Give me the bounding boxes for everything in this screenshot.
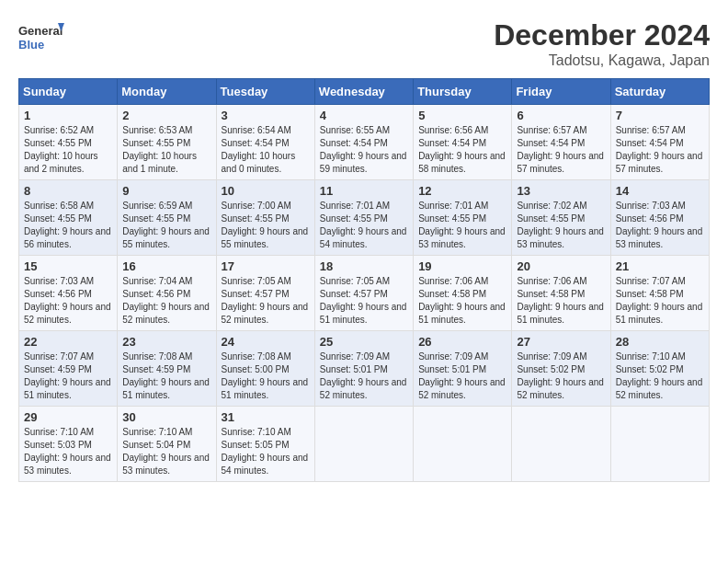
calendar-cell: 24 Sunrise: 7:08 AMSunset: 5:00 PMDaylig… xyxy=(216,331,314,407)
day-detail: Sunrise: 7:03 AMSunset: 4:56 PMDaylight:… xyxy=(616,201,703,249)
day-number: 30 xyxy=(122,410,210,424)
day-number: 6 xyxy=(517,109,605,122)
calendar-cell: 30 Sunrise: 7:10 AMSunset: 5:04 PMDaylig… xyxy=(118,407,216,482)
day-detail: Sunrise: 7:05 AMSunset: 4:57 PMDaylight:… xyxy=(320,276,407,325)
page-subtitle: Tadotsu, Kagawa, Japan xyxy=(494,52,710,69)
day-detail: Sunrise: 7:01 AMSunset: 4:55 PMDaylight:… xyxy=(320,201,407,249)
day-number: 13 xyxy=(517,184,605,198)
day-number: 23 xyxy=(122,335,210,349)
calendar-cell: 25 Sunrise: 7:09 AMSunset: 5:01 PMDaylig… xyxy=(314,331,413,407)
calendar-cell: 12 Sunrise: 7:01 AMSunset: 4:55 PMDaylig… xyxy=(414,180,512,256)
weekday-header-tuesday: Tuesday xyxy=(216,79,314,105)
day-detail: Sunrise: 7:09 AMSunset: 5:02 PMDaylight:… xyxy=(517,351,604,400)
calendar-cell: 29 Sunrise: 7:10 AMSunset: 5:03 PMDaylig… xyxy=(19,407,118,482)
calendar-cell: 28 Sunrise: 7:10 AMSunset: 5:02 PMDaylig… xyxy=(610,331,709,407)
weekday-header-wednesday: Wednesday xyxy=(314,79,413,105)
header: General Blue December 2024 Tadotsu, Kaga… xyxy=(18,18,710,69)
day-detail: Sunrise: 7:06 AMSunset: 4:58 PMDaylight:… xyxy=(517,276,604,325)
calendar-cell: 18 Sunrise: 7:05 AMSunset: 4:57 PMDaylig… xyxy=(314,256,413,331)
day-detail: Sunrise: 7:09 AMSunset: 5:01 PMDaylight:… xyxy=(320,351,407,400)
day-detail: Sunrise: 6:57 AMSunset: 4:54 PMDaylight:… xyxy=(616,125,703,174)
day-number: 22 xyxy=(24,335,112,349)
calendar-cell: 8 Sunrise: 6:58 AMSunset: 4:55 PMDayligh… xyxy=(19,180,118,256)
day-detail: Sunrise: 7:00 AMSunset: 4:55 PMDaylight:… xyxy=(222,201,309,249)
day-number: 7 xyxy=(616,109,704,122)
weekday-header-thursday: Thursday xyxy=(414,79,512,105)
svg-text:Blue: Blue xyxy=(18,38,44,52)
day-number: 28 xyxy=(616,335,704,349)
title-area: December 2024 Tadotsu, Kagawa, Japan xyxy=(494,18,710,69)
calendar-cell: 21 Sunrise: 7:07 AMSunset: 4:58 PMDaylig… xyxy=(610,256,709,331)
day-detail: Sunrise: 6:53 AMSunset: 4:55 PMDaylight:… xyxy=(122,125,197,174)
day-number: 1 xyxy=(24,109,112,122)
calendar-cell: 9 Sunrise: 6:59 AMSunset: 4:55 PMDayligh… xyxy=(118,180,216,256)
day-detail: Sunrise: 7:02 AMSunset: 4:55 PMDaylight:… xyxy=(517,201,604,249)
day-detail: Sunrise: 7:05 AMSunset: 4:57 PMDaylight:… xyxy=(222,276,309,325)
day-detail: Sunrise: 6:56 AMSunset: 4:54 PMDaylight:… xyxy=(418,125,506,174)
day-detail: Sunrise: 7:03 AMSunset: 4:56 PMDaylight:… xyxy=(24,276,111,325)
day-detail: Sunrise: 6:54 AMSunset: 4:54 PMDaylight:… xyxy=(222,125,296,174)
day-number: 21 xyxy=(616,259,704,273)
calendar-cell: 20 Sunrise: 7:06 AMSunset: 4:58 PMDaylig… xyxy=(512,256,610,331)
calendar-cell: 6 Sunrise: 6:57 AMSunset: 4:54 PMDayligh… xyxy=(512,105,610,180)
calendar-cell: 22 Sunrise: 7:07 AMSunset: 4:59 PMDaylig… xyxy=(19,331,118,407)
logo-svg: General Blue xyxy=(18,18,64,60)
calendar-cell: 1 Sunrise: 6:52 AMSunset: 4:55 PMDayligh… xyxy=(19,105,118,180)
calendar-cell: 10 Sunrise: 7:00 AMSunset: 4:55 PMDaylig… xyxy=(216,180,314,256)
day-detail: Sunrise: 7:10 AMSunset: 5:05 PMDaylight:… xyxy=(222,427,309,476)
calendar-cell: 16 Sunrise: 7:04 AMSunset: 4:56 PMDaylig… xyxy=(118,256,216,331)
day-number: 3 xyxy=(222,109,310,122)
day-detail: Sunrise: 7:07 AMSunset: 4:59 PMDaylight:… xyxy=(24,351,111,400)
day-detail: Sunrise: 7:10 AMSunset: 5:03 PMDaylight:… xyxy=(24,427,111,476)
day-number: 18 xyxy=(320,259,408,273)
day-number: 31 xyxy=(222,410,310,424)
day-number: 12 xyxy=(418,184,506,198)
day-detail: Sunrise: 6:55 AMSunset: 4:54 PMDaylight:… xyxy=(320,125,407,174)
day-number: 8 xyxy=(24,184,112,198)
calendar-cell: 5 Sunrise: 6:56 AMSunset: 4:54 PMDayligh… xyxy=(414,105,512,180)
day-number: 19 xyxy=(418,259,506,273)
calendar-cell xyxy=(314,407,413,482)
calendar-cell: 4 Sunrise: 6:55 AMSunset: 4:54 PMDayligh… xyxy=(314,105,413,180)
day-detail: Sunrise: 7:10 AMSunset: 5:04 PMDaylight:… xyxy=(122,427,210,476)
calendar-cell: 11 Sunrise: 7:01 AMSunset: 4:55 PMDaylig… xyxy=(314,180,413,256)
calendar-cell xyxy=(610,407,709,482)
day-number: 15 xyxy=(24,259,112,273)
day-detail: Sunrise: 6:59 AMSunset: 4:55 PMDaylight:… xyxy=(122,201,210,249)
day-number: 29 xyxy=(24,410,112,424)
day-detail: Sunrise: 7:06 AMSunset: 4:58 PMDaylight:… xyxy=(418,276,506,325)
weekday-header-saturday: Saturday xyxy=(610,79,709,105)
day-number: 11 xyxy=(320,184,408,198)
calendar-cell: 14 Sunrise: 7:03 AMSunset: 4:56 PMDaylig… xyxy=(610,180,709,256)
calendar-cell: 19 Sunrise: 7:06 AMSunset: 4:58 PMDaylig… xyxy=(414,256,512,331)
calendar-cell: 23 Sunrise: 7:08 AMSunset: 4:59 PMDaylig… xyxy=(118,331,216,407)
calendar-cell: 3 Sunrise: 6:54 AMSunset: 4:54 PMDayligh… xyxy=(216,105,314,180)
day-number: 9 xyxy=(122,184,210,198)
day-number: 17 xyxy=(222,259,310,273)
day-number: 25 xyxy=(320,335,408,349)
day-number: 5 xyxy=(418,109,506,122)
calendar-cell xyxy=(512,407,610,482)
day-number: 4 xyxy=(320,109,408,122)
day-detail: Sunrise: 7:07 AMSunset: 4:58 PMDaylight:… xyxy=(616,276,703,325)
weekday-header-sunday: Sunday xyxy=(19,79,118,105)
day-number: 24 xyxy=(222,335,310,349)
calendar-cell: 27 Sunrise: 7:09 AMSunset: 5:02 PMDaylig… xyxy=(512,331,610,407)
day-detail: Sunrise: 7:08 AMSunset: 5:00 PMDaylight:… xyxy=(222,351,309,400)
day-detail: Sunrise: 7:09 AMSunset: 5:01 PMDaylight:… xyxy=(418,351,506,400)
calendar-cell: 17 Sunrise: 7:05 AMSunset: 4:57 PMDaylig… xyxy=(216,256,314,331)
calendar-cell: 15 Sunrise: 7:03 AMSunset: 4:56 PMDaylig… xyxy=(19,256,118,331)
calendar-cell: 7 Sunrise: 6:57 AMSunset: 4:54 PMDayligh… xyxy=(610,105,709,180)
day-detail: Sunrise: 6:57 AMSunset: 4:54 PMDaylight:… xyxy=(517,125,604,174)
day-number: 26 xyxy=(418,335,506,349)
day-number: 2 xyxy=(122,109,210,122)
calendar-cell: 31 Sunrise: 7:10 AMSunset: 5:05 PMDaylig… xyxy=(216,407,314,482)
day-detail: Sunrise: 7:04 AMSunset: 4:56 PMDaylight:… xyxy=(122,276,210,325)
calendar-cell: 13 Sunrise: 7:02 AMSunset: 4:55 PMDaylig… xyxy=(512,180,610,256)
calendar-cell xyxy=(414,407,512,482)
day-detail: Sunrise: 7:01 AMSunset: 4:55 PMDaylight:… xyxy=(418,201,506,249)
day-number: 14 xyxy=(616,184,704,198)
calendar-table: SundayMondayTuesdayWednesdayThursdayFrid… xyxy=(18,78,710,482)
weekday-header-monday: Monday xyxy=(118,79,216,105)
day-number: 16 xyxy=(122,259,210,273)
